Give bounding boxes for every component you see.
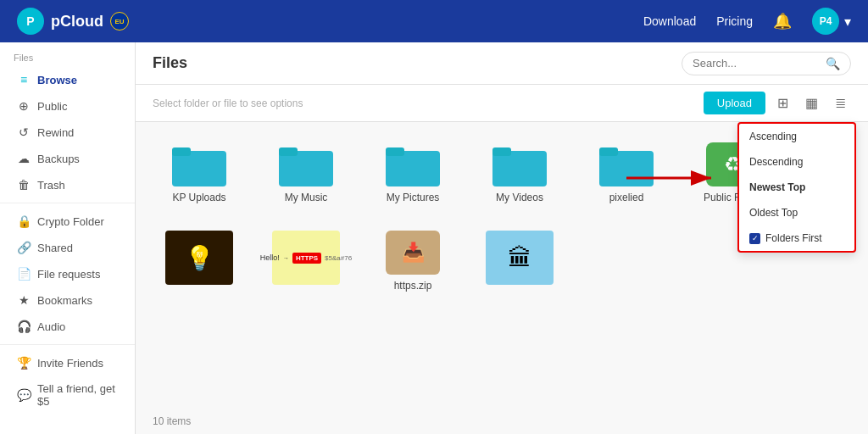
file-item[interactable]: My Videos <box>473 136 566 210</box>
file-name: pixelied <box>609 192 644 203</box>
audio-icon: 🎧 <box>17 320 31 333</box>
building-icon: 🏛 <box>508 244 531 272</box>
file-item-pixelied[interactable]: pixelied <box>580 136 673 210</box>
logo-text: pCloud <box>51 13 103 31</box>
svg-rect-10 <box>599 147 618 156</box>
bulb-icon: 💡 <box>185 244 214 272</box>
file-item-building[interactable]: 🏛 <box>473 224 566 298</box>
public-icon: ⊕ <box>17 99 31 113</box>
sidebar-label-bookmarks: Bookmarks <box>37 294 92 307</box>
sidebar-item-audio[interactable]: 🎧 Audio <box>3 314 131 339</box>
sort-oldest-top-label: Oldest Top <box>749 207 798 219</box>
svg-rect-9 <box>599 151 654 186</box>
file-name: My Pictures <box>387 192 440 203</box>
bell-icon[interactable]: 🔔 <box>773 12 792 31</box>
logo[interactable]: P pCloud EU <box>17 8 129 35</box>
eu-badge: EU <box>110 12 129 31</box>
gift-icon: 💬 <box>17 388 31 402</box>
bulb-thumbnail: 💡 <box>165 231 233 285</box>
trophy-icon: 🏆 <box>17 356 31 370</box>
sidebar-item-trash[interactable]: 🗑 Trash <box>3 172 131 198</box>
user-menu[interactable]: P4 ▾ <box>812 8 851 35</box>
sort-newest-top[interactable]: Newest Top <box>739 175 854 200</box>
sidebar-item-browse[interactable]: ≡ Browse <box>3 67 131 92</box>
sidebar-divider <box>0 203 135 203</box>
action-hint: Select folder or file to see options <box>153 97 303 109</box>
sidebar-label-audio: Audio <box>37 320 65 333</box>
sidebar-section-files: Files <box>0 42 135 66</box>
lock-icon: 🔒 <box>17 214 31 228</box>
file-name: My Music <box>285 192 328 203</box>
file-name: https.zip <box>394 280 432 292</box>
grid-view-button[interactable]: ⊞ <box>772 92 793 114</box>
svg-rect-4 <box>279 147 298 156</box>
list-view-button[interactable]: ▦ <box>800 92 823 114</box>
sidebar-item-crypto[interactable]: 🔒 Crypto Folder <box>3 209 131 234</box>
sidebar-item-shared[interactable]: 🔗 Shared <box>3 235 131 260</box>
sidebar-item-bookmarks[interactable]: ★ Bookmarks <box>3 287 131 313</box>
main-content: Files 🔍 Select folder or file to see opt… <box>136 42 868 434</box>
sidebar-item-file-requests[interactable]: 📄 File requests <box>3 261 131 287</box>
sort-dropdown: Ascending Descending Newest Top Oldest T… <box>737 122 856 253</box>
zip-thumbnail: 📥 <box>386 231 440 275</box>
search-box[interactable]: 🔍 <box>682 52 851 75</box>
layout: Files ≡ Browse ⊕ Public ↺ Rewind ☁ Backu… <box>0 42 868 434</box>
folder-svg <box>172 142 226 186</box>
svg-rect-3 <box>279 151 333 186</box>
file-item-zip[interactable]: 📥 https.zip <box>366 224 459 298</box>
sidebar-label-backups: Backups <box>37 153 80 165</box>
sidebar-label-shared: Shared <box>37 242 73 254</box>
avatar[interactable]: P4 <box>812 8 839 35</box>
folder-svg <box>386 142 440 186</box>
building-thumbnail: 🏛 <box>486 231 554 285</box>
sidebar-label-file-requests: File requests <box>37 268 100 281</box>
file-item[interactable]: My Music <box>259 136 353 210</box>
sort-oldest-top[interactable]: Oldest Top <box>739 200 854 225</box>
sidebar-label-browse: Browse <box>37 74 77 86</box>
sort-folders-first-label: Folders First <box>765 232 822 244</box>
file-item[interactable]: KP Uploads <box>153 136 246 210</box>
sidebar-item-public[interactable]: ⊕ Public <box>3 93 131 119</box>
file-item[interactable]: My Pictures <box>366 136 459 210</box>
files-count: 10 items <box>136 409 868 434</box>
sort-descending[interactable]: Descending <box>739 149 854 175</box>
sidebar-label-trash: Trash <box>37 179 65 192</box>
pricing-link[interactable]: Pricing <box>716 14 753 28</box>
https-thumbnail: Hello! → HTTPS $5&a#76 <box>272 231 340 285</box>
sidebar-label-public: Public <box>37 100 67 113</box>
search-input[interactable] <box>693 57 821 70</box>
sort-folders-first[interactable]: ✓ Folders First <box>739 225 854 251</box>
https-badge: HTTPS <box>292 253 321 264</box>
sort-newest-top-label: Newest Top <box>749 181 805 193</box>
folders-first-checkbox: ✓ <box>749 233 760 244</box>
svg-rect-7 <box>492 151 547 186</box>
file-item-https[interactable]: Hello! → HTTPS $5&a#76 <box>259 224 353 298</box>
rewind-icon: ↺ <box>17 125 31 139</box>
download-link[interactable]: Download <box>643 14 696 28</box>
sort-button[interactable]: ≣ <box>830 92 851 114</box>
action-bar-right: Upload ⊞ ▦ ≣ <box>704 92 851 114</box>
svg-rect-5 <box>386 151 440 186</box>
sort-ascending[interactable]: Ascending <box>739 124 854 149</box>
download-box-icon: 📥 <box>402 242 425 264</box>
sidebar-item-tell[interactable]: 💬 Tell a friend, get $5 <box>3 376 131 414</box>
backups-icon: ☁ <box>17 152 31 165</box>
header-nav: Download Pricing 🔔 P4 ▾ <box>643 8 851 35</box>
action-bar: Select folder or file to see options Upl… <box>136 85 868 122</box>
sort-icon: ≣ <box>835 96 846 110</box>
grid-icon: ⊞ <box>777 96 788 110</box>
folder-svg <box>599 142 654 186</box>
sidebar-item-rewind[interactable]: ↺ Rewind <box>3 120 131 145</box>
star-icon: ★ <box>17 293 31 307</box>
sidebar-label-crypto: Crypto Folder <box>37 215 104 228</box>
upload-button[interactable]: Upload <box>704 92 765 114</box>
search-icon: 🔍 <box>826 57 840 70</box>
svg-rect-8 <box>492 147 511 156</box>
file-request-icon: 📄 <box>17 267 31 281</box>
file-item-bulb[interactable]: 💡 <box>153 224 246 298</box>
share-icon: 🔗 <box>17 241 31 254</box>
list-icon: ▦ <box>805 96 818 110</box>
sidebar-item-backups[interactable]: ☁ Backups <box>3 146 131 171</box>
chevron-down-icon: ▾ <box>844 14 851 30</box>
sidebar-item-invite[interactable]: 🏆 Invite Friends <box>3 350 131 376</box>
